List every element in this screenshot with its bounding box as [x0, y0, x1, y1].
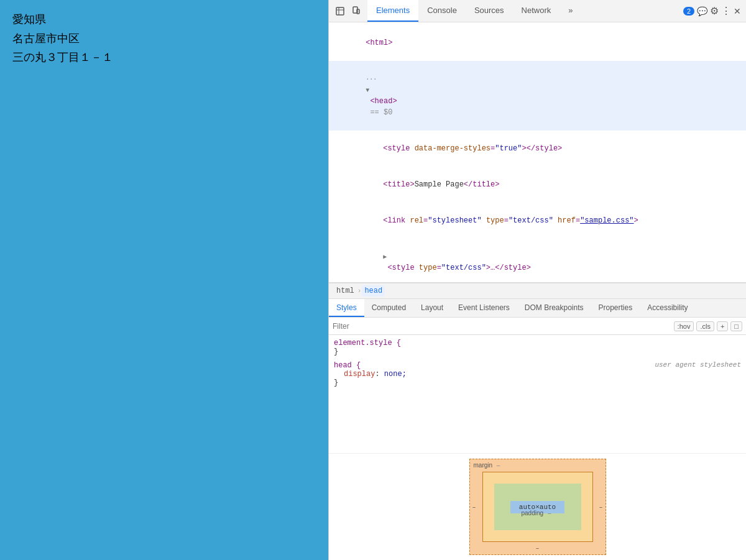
device-icon[interactable] — [350, 5, 362, 17]
tab-network[interactable]: Network — [513, 0, 560, 22]
devtools-tabs: Elements Console Sources Network » — [367, 0, 582, 22]
element-style-selector: element.style { — [334, 339, 741, 347]
left-panel: 愛知県 名古屋市中区 三の丸３丁目１－１ — [0, 0, 328, 560]
breadcrumb-sep: › — [357, 287, 362, 295]
svg-rect-0 — [336, 7, 344, 15]
box-margin: margin – border – padding — [469, 459, 606, 555]
tab-more[interactable]: » — [560, 0, 581, 22]
devtools-toolbar: Elements Console Sources Network » 2 💬 ⚙… — [329, 0, 746, 22]
breadcrumb-html[interactable]: html — [334, 285, 357, 296]
toolbar-icons — [329, 5, 367, 17]
tab-computed[interactable]: Computed — [364, 299, 413, 317]
address-line-3: 三の丸３丁目１－１ — [12, 48, 316, 67]
chat-icon[interactable]: 💬 — [697, 6, 707, 16]
devtools-panel: Elements Console Sources Network » 2 💬 ⚙… — [328, 0, 746, 560]
hover-filter-btn[interactable]: :hov — [674, 321, 694, 331]
dom-line-title[interactable]: <title>Sample Page</title> — [329, 167, 746, 203]
toolbar-right: 2 💬 ⚙ ⋮ ✕ — [683, 5, 746, 17]
box-model: margin – border – padding — [469, 459, 606, 555]
dom-tree: <html> ··· ▼ <head> == $0 <style data-me… — [329, 22, 746, 283]
tab-accessibility[interactable]: Accessibility — [640, 299, 695, 317]
dom-line-head[interactable]: ··· ▼ <head> == $0 — [329, 61, 746, 131]
box-model-section: margin – border – padding — [329, 453, 746, 560]
head-style-close: } — [334, 379, 741, 387]
tab-layout[interactable]: Layout — [413, 299, 451, 317]
breadcrumb: html › head — [329, 283, 746, 299]
tab-event-listeners[interactable]: Event Listeners — [451, 299, 517, 317]
dom-line-html[interactable]: <html> — [329, 25, 746, 61]
tab-properties[interactable]: Properties — [591, 299, 640, 317]
head-style-rule: head { user agent stylesheet display: no… — [334, 361, 741, 387]
address-line-2: 名古屋市中区 — [12, 29, 316, 48]
tab-sources[interactable]: Sources — [466, 0, 513, 22]
breadcrumb-head[interactable]: head — [362, 285, 385, 296]
tab-dom-breakpoints[interactable]: DOM Breakpoints — [517, 299, 591, 317]
head-style-selector-line: head { user agent stylesheet — [334, 361, 741, 370]
cls-filter-btn[interactable]: .cls — [696, 321, 714, 331]
user-agent-label: user agent stylesheet — [655, 361, 741, 369]
element-style-close: } — [334, 347, 741, 356]
styles-filter-bar: :hov .cls + □ — [329, 318, 746, 335]
settings-icon[interactable]: ⚙ — [710, 5, 719, 17]
filter-buttons: :hov .cls + □ — [674, 321, 742, 331]
tab-console[interactable]: Console — [418, 0, 466, 22]
tab-styles[interactable]: Styles — [329, 299, 364, 317]
margin-left-value: – — [472, 503, 476, 510]
more-icon[interactable]: ⋮ — [721, 5, 731, 17]
margin-bottom-value: – — [535, 545, 539, 552]
expand-btn[interactable]: □ — [730, 321, 742, 331]
styles-content: element.style { } head { user agent styl… — [329, 335, 746, 453]
tab-elements[interactable]: Elements — [367, 0, 418, 22]
head-display-property: display: none; — [334, 370, 741, 379]
close-icon[interactable]: ✕ — [734, 6, 741, 16]
add-style-btn[interactable]: + — [717, 321, 728, 331]
padding-label: padding – — [522, 510, 551, 516]
box-border: border – padding – auto×auto — [482, 472, 593, 542]
dom-line-style1[interactable]: ▶ <style type="text/css">…</style> — [329, 239, 746, 283]
cursor-icon[interactable] — [334, 5, 346, 17]
styles-filter-input[interactable] — [333, 322, 674, 331]
dom-line-link[interactable]: <link rel="stylesheet" type="text/css" h… — [329, 203, 746, 239]
margin-label: margin – — [474, 462, 500, 469]
box-padding: padding – auto×auto — [494, 484, 581, 530]
margin-right-value: – — [599, 503, 602, 510]
address-line-1: 愛知県 — [12, 10, 316, 29]
styles-panel: Styles Computed Layout Event Listeners D… — [329, 299, 746, 560]
dom-line-style-merge[interactable]: <style data-merge-styles="true"></style> — [329, 131, 746, 167]
element-style-rule: element.style { } — [334, 339, 741, 356]
console-badge: 2 — [683, 7, 694, 16]
svg-rect-4 — [357, 9, 359, 14]
styles-tabs: Styles Computed Layout Event Listeners D… — [329, 299, 746, 318]
